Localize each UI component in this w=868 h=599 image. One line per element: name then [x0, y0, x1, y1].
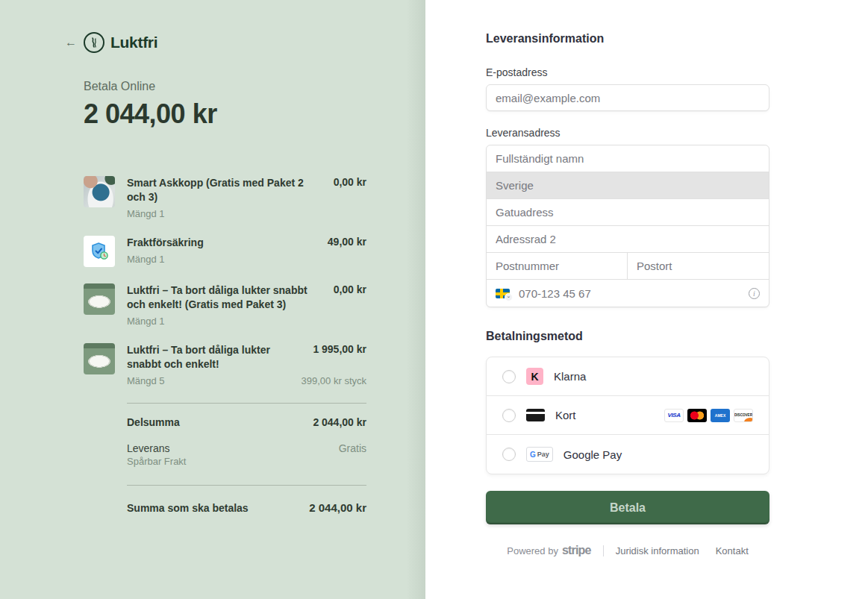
- grand-total-row: Summa som ska betalas 2 044,00 kr: [127, 485, 366, 514]
- payment-label: Google Pay: [563, 448, 622, 461]
- payment-label: Kort: [555, 409, 576, 421]
- street-address-input[interactable]: [487, 199, 769, 225]
- email-input[interactable]: [486, 84, 769, 111]
- item-title: Luktfri – Ta bort dåliga lukter snabbt o…: [127, 283, 322, 312]
- item-price: 0,00 kr: [334, 283, 366, 312]
- card-brand-badges: VISA AMEX DISCOVER: [664, 409, 753, 422]
- radio-card[interactable]: [502, 409, 516, 422]
- shipping-value: Gratis: [339, 442, 366, 454]
- item-quantity: Mängd 5: [127, 375, 165, 386]
- totals-section: Delsumma 2 044,00 kr Leverans Gratis Spå…: [127, 403, 366, 514]
- full-name-input[interactable]: [487, 145, 769, 172]
- stripe-logo: stripe: [562, 544, 591, 557]
- item-quantity: Mängd 1: [127, 208, 165, 219]
- sweden-flag-country-picker-icon[interactable]: [496, 289, 510, 298]
- radio-klarna[interactable]: [502, 370, 516, 383]
- payment-option-google-pay[interactable]: G Pay Google Pay: [487, 435, 769, 474]
- shipping-method: Spårbar Frakt: [127, 456, 366, 467]
- brand-header: ← Luktfri: [84, 32, 366, 53]
- powered-by-stripe-link[interactable]: Powered by stripe: [507, 544, 590, 557]
- order-summary-panel: ← Luktfri Betala Online 2 044,00 kr Smar…: [0, 0, 425, 599]
- item-quantity: Mängd 1: [127, 254, 165, 265]
- line-item: Luktfri – Ta bort dåliga lukter snabbt o…: [84, 283, 366, 327]
- mastercard-icon: [687, 409, 707, 422]
- klarna-icon: K: [526, 368, 543, 385]
- legal-info-link[interactable]: Juridisk information: [616, 545, 699, 556]
- address-label: Leveransadress: [486, 127, 769, 139]
- country-value: Sverige: [496, 179, 534, 192]
- street-row: [487, 199, 769, 226]
- address-line2-input[interactable]: [487, 226, 769, 252]
- phone-row: i: [487, 280, 769, 307]
- country-select[interactable]: Sverige: [487, 172, 769, 199]
- google-pay-icon: G Pay: [526, 447, 553, 462]
- product-thumbnail-luktfri-box: [84, 283, 115, 315]
- grand-total-label: Summa som ska betalas: [127, 502, 249, 514]
- line-item: Fraktförsäkring 49,00 kr Mängd 1: [84, 236, 366, 267]
- line-items: Smart Askkopp (Gratis med Paket 2 och 3)…: [84, 176, 366, 386]
- grand-total-value: 2 044,00 kr: [309, 501, 366, 514]
- product-thumbnail-luktfri-box: [84, 343, 115, 374]
- order-total-amount: 2 044,00 kr: [84, 98, 366, 130]
- item-price: 1 995,00 kr: [313, 343, 366, 371]
- line-item: Smart Askkopp (Gratis med Paket 2 och 3)…: [84, 176, 366, 219]
- payment-method-heading: Betalningsmetod: [486, 330, 769, 343]
- item-price: 49,00 kr: [328, 236, 366, 250]
- payment-methods-group: K Klarna Kort VISA AMEX DISCOVER G Pay: [486, 357, 769, 474]
- payment-option-card[interactable]: Kort VISA AMEX DISCOVER: [487, 396, 769, 435]
- postal-city-row: [487, 253, 769, 280]
- item-unit-price: 399,00 kr styck: [302, 375, 366, 386]
- credit-card-icon: [526, 409, 545, 421]
- powered-by-text: Powered by: [507, 545, 558, 556]
- checkout-footer: Powered by stripe Juridisk information K…: [486, 544, 769, 557]
- product-thumbnail-shield-icon: [84, 236, 115, 267]
- shipping-label: Leverans: [127, 442, 170, 454]
- page-title: Betala Online: [84, 80, 366, 93]
- phone-input[interactable]: [516, 280, 743, 307]
- checkout-form-panel: Leveransinformation E-postadress Leveran…: [425, 0, 868, 599]
- item-price: 0,00 kr: [334, 176, 366, 204]
- luktfri-logo-icon: [84, 32, 104, 53]
- contact-link[interactable]: Kontakt: [716, 545, 749, 556]
- line-item: Luktfri – Ta bort dåliga lukter snabbt o…: [84, 343, 366, 386]
- item-quantity: Mängd 1: [127, 316, 165, 327]
- item-title: Fraktförsäkring: [127, 236, 204, 250]
- shipping-info-heading: Leveransinformation: [486, 32, 769, 46]
- subtotal-row: Delsumma 2 044,00 kr: [127, 416, 366, 428]
- info-icon[interactable]: i: [749, 288, 760, 299]
- full-name-row: [487, 145, 769, 172]
- visa-icon: VISA: [664, 409, 684, 422]
- email-label: E-postadress: [486, 66, 769, 78]
- radio-google-pay[interactable]: [502, 448, 516, 461]
- address2-row: [487, 226, 769, 253]
- postal-code-input[interactable]: [487, 253, 627, 279]
- product-thumbnail-ashtray: [84, 176, 115, 207]
- pay-button[interactable]: Betala: [486, 491, 769, 524]
- discover-icon: DISCOVER: [734, 409, 753, 422]
- footer-divider: [603, 545, 604, 556]
- back-arrow-icon[interactable]: ←: [65, 36, 77, 49]
- shipping-row: Leverans Gratis Spårbar Frakt: [127, 442, 366, 467]
- subtotal-value: 2 044,00 kr: [313, 416, 366, 428]
- payment-label: Klarna: [554, 370, 586, 383]
- subtotal-label: Delsumma: [127, 416, 180, 428]
- address-group: Sverige i: [486, 145, 769, 307]
- item-title: Luktfri – Ta bort dåliga lukter snabbt o…: [127, 343, 304, 371]
- city-input[interactable]: [628, 253, 769, 279]
- payment-option-klarna[interactable]: K Klarna: [487, 357, 769, 396]
- item-title: Smart Askkopp (Gratis med Paket 2 och 3): [127, 176, 322, 204]
- amex-icon: AMEX: [711, 409, 730, 422]
- brand-name: Luktfri: [110, 34, 157, 51]
